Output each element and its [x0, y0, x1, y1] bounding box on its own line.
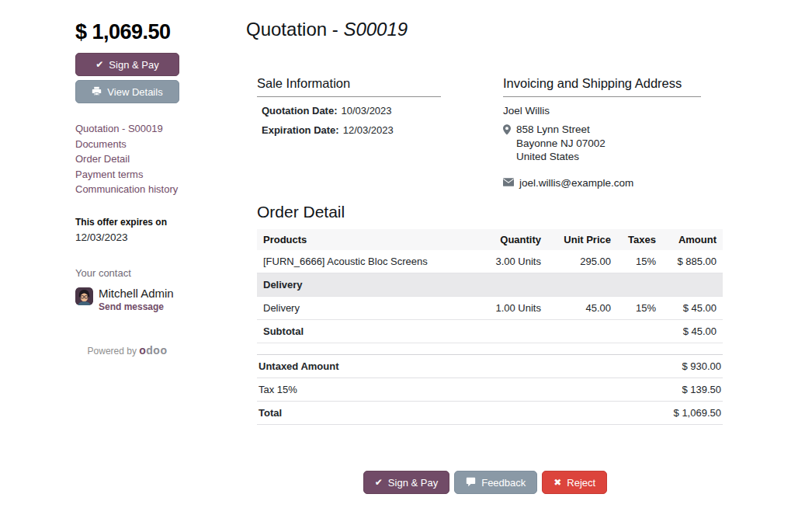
- column-quantity: Quantity: [487, 229, 547, 250]
- sidebar-link-quotation[interactable]: Quotation - S00019: [75, 121, 179, 137]
- column-taxes: Taxes: [617, 229, 662, 250]
- product-quantity: 3.00 Units: [487, 250, 547, 273]
- map-pin-icon: [503, 124, 511, 164]
- totals-table: Untaxed Amount $ 930.00 Tax 15% $ 139.50…: [257, 354, 723, 425]
- check-icon: ✔: [95, 60, 103, 69]
- amount-due: $ 1,069.50: [75, 20, 179, 44]
- section-label: Delivery: [257, 273, 723, 296]
- contact-avatar: [75, 287, 93, 305]
- subtotal-label: Subtotal: [257, 319, 662, 343]
- customer-email: joel.willis@example.com: [519, 177, 633, 189]
- sidebar-link-documents[interactable]: Documents: [75, 137, 179, 152]
- sign-pay-label: Sign & Pay: [109, 59, 158, 71]
- product-amount: $ 45.00: [662, 296, 723, 319]
- sidebar-nav: Quotation - S00019 Documents Order Detai…: [75, 121, 179, 197]
- product-quantity: 1.00 Units: [487, 296, 547, 319]
- product-taxes: 15%: [617, 250, 662, 273]
- powered-by: Powered by odoo: [75, 344, 179, 357]
- expiration-date-value: 12/03/2023: [343, 124, 394, 136]
- page-title-number: S00019: [343, 19, 408, 40]
- sale-information-heading: Sale Information: [257, 76, 441, 97]
- envelope-icon: [503, 177, 514, 189]
- expiry-date: 12/03/2023: [75, 231, 179, 243]
- chat-icon: [466, 477, 476, 489]
- quotation-date-label: Quotation Date:: [262, 105, 338, 117]
- invoicing-shipping-heading: Invoicing and Shipping Address: [503, 76, 701, 97]
- page-title-prefix: Quotation -: [246, 19, 343, 40]
- order-lines-table: Products Quantity Unit Price Taxes Amoun…: [257, 229, 723, 343]
- check-icon: ✔: [375, 478, 383, 487]
- quotation-date-row: Quotation Date:10/03/2023: [257, 105, 441, 117]
- tax-label: Tax 15%: [259, 384, 297, 395]
- feedback-label: Feedback: [481, 477, 526, 489]
- product-name: Delivery: [257, 296, 487, 319]
- total-label: Total: [259, 407, 282, 419]
- column-products: Products: [257, 229, 487, 250]
- untaxed-amount-value: $ 930.00: [682, 360, 721, 372]
- order-line-row: [FURN_6666] Acoustic Bloc Screens 3.00 U…: [257, 250, 723, 273]
- quotation-document: Quotation - S00019 Sale Information Quot…: [246, 19, 724, 425]
- column-amount: Amount: [662, 229, 723, 250]
- product-unit-price: 45.00: [547, 296, 617, 319]
- footer-sign-pay-label: Sign & Pay: [388, 477, 438, 489]
- odoo-logo-o: o: [139, 344, 146, 357]
- x-icon: ✖: [553, 478, 561, 487]
- product-name: [FURN_6666] Acoustic Bloc Screens: [257, 250, 487, 273]
- sign-pay-button[interactable]: ✔ Sign & Pay: [75, 53, 179, 76]
- product-amount: $ 885.00: [662, 250, 723, 273]
- sidebar-link-communication-history[interactable]: Communication history: [75, 182, 179, 197]
- send-message-link[interactable]: Send message: [99, 301, 164, 312]
- printer-icon: [92, 86, 102, 98]
- order-detail-section: Order Detail Products Quantity Unit Pric…: [246, 203, 724, 425]
- untaxed-amount-label: Untaxed Amount: [259, 360, 339, 372]
- footer-actions: ✔ Sign & Pay Feedback ✖ Reject: [246, 471, 724, 494]
- customer-name: Joel Willis: [503, 105, 701, 117]
- page-title: Quotation - S00019: [246, 19, 724, 40]
- feedback-button[interactable]: Feedback: [454, 471, 537, 494]
- expiration-date-row: Expiration Date:12/03/2023: [257, 124, 441, 136]
- expiration-date-label: Expiration Date:: [262, 124, 339, 136]
- tax-row: Tax 15% $ 139.50: [257, 378, 723, 402]
- powered-by-text: Powered by: [88, 346, 137, 357]
- quotation-sidebar: $ 1,069.50 ✔ Sign & Pay View Details Quo…: [75, 20, 179, 357]
- contact-heading: Your contact: [75, 267, 179, 279]
- odoo-logo-rest: doo: [146, 344, 167, 357]
- address-street: 858 Lynn Street: [516, 123, 606, 137]
- invoicing-shipping-section: Invoicing and Shipping Address Joel Will…: [503, 76, 701, 189]
- expiry-label: This offer expires on: [75, 217, 179, 228]
- reject-button[interactable]: ✖ Reject: [542, 471, 607, 494]
- footer-sign-pay-button[interactable]: ✔ Sign & Pay: [363, 471, 449, 494]
- column-unit-price: Unit Price: [547, 229, 617, 250]
- tax-value: $ 139.50: [682, 384, 721, 395]
- address-country: United States: [516, 150, 606, 164]
- subtotal-amount: $ 45.00: [662, 319, 723, 343]
- table-header-row: Products Quantity Unit Price Taxes Amoun…: [257, 229, 723, 250]
- view-details-button[interactable]: View Details: [75, 80, 179, 103]
- customer-address: 858 Lynn Street Bayonne NJ 07002 United …: [516, 123, 606, 164]
- product-unit-price: 295.00: [547, 250, 617, 273]
- total-value: $ 1,069.50: [674, 407, 721, 419]
- sale-information-section: Sale Information Quotation Date:10/03/20…: [257, 76, 441, 189]
- reject-label: Reject: [567, 477, 595, 489]
- offer-expiry: This offer expires on 12/03/2023: [75, 217, 179, 243]
- order-detail-heading: Order Detail: [257, 203, 724, 221]
- subtotal-row: Subtotal $ 45.00: [257, 319, 723, 343]
- odoo-logo[interactable]: odoo: [139, 344, 167, 357]
- product-taxes: 15%: [617, 296, 662, 319]
- your-contact: Your contact Mitchell Admin Send message: [75, 267, 179, 312]
- total-row: Total $ 1,069.50: [257, 402, 723, 425]
- address-city: Bayonne NJ 07002: [516, 137, 606, 151]
- section-row: Delivery: [257, 273, 723, 296]
- order-line-row: Delivery 1.00 Units 45.00 15% $ 45.00: [257, 296, 723, 319]
- sidebar-link-order-detail[interactable]: Order Detail: [75, 151, 179, 167]
- view-details-label: View Details: [107, 86, 162, 98]
- quotation-date-value: 10/03/2023: [342, 105, 392, 117]
- sidebar-link-payment-terms[interactable]: Payment terms: [75, 167, 179, 183]
- contact-name: Mitchell Admin: [99, 287, 174, 300]
- untaxed-amount-row: Untaxed Amount $ 930.00: [257, 355, 723, 378]
